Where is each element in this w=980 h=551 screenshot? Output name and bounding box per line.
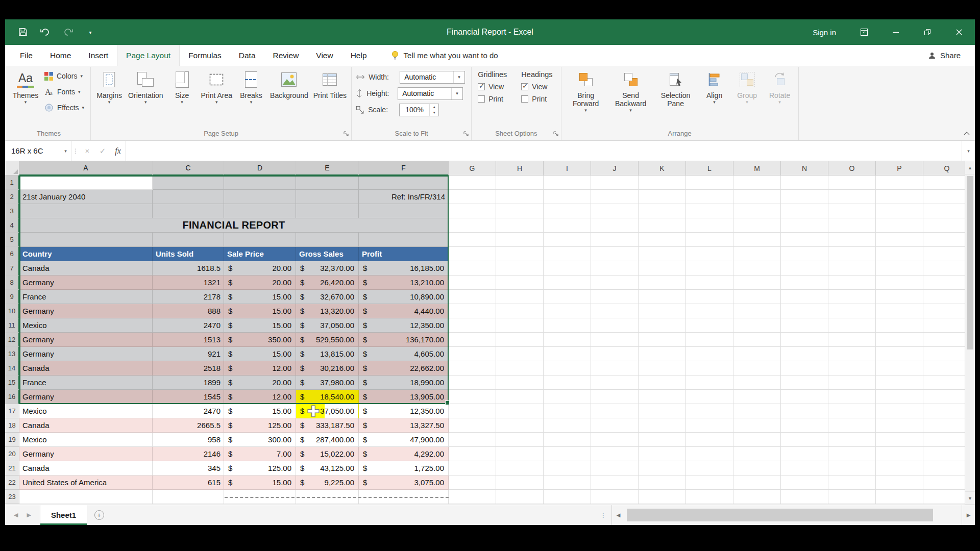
cell-O14[interactable] xyxy=(828,361,876,375)
cell-K20[interactable] xyxy=(639,447,686,461)
cell-G19[interactable] xyxy=(449,433,496,447)
cell-G17[interactable] xyxy=(449,404,496,418)
cell-P18[interactable] xyxy=(876,418,923,433)
cell-A23[interactable] xyxy=(19,490,153,504)
cell-N10[interactable] xyxy=(781,304,828,318)
column-header-D[interactable]: D xyxy=(224,161,296,176)
cell-L21[interactable] xyxy=(686,461,733,475)
cell-Q14[interactable] xyxy=(923,361,965,375)
cell-E13[interactable]: $13,815.00 xyxy=(296,347,359,361)
column-header-K[interactable]: K xyxy=(639,161,686,176)
cell-P16[interactable] xyxy=(876,390,923,404)
cell-J15[interactable] xyxy=(591,375,639,390)
cell-H11[interactable] xyxy=(496,318,544,333)
column-header-O[interactable]: O xyxy=(828,161,876,176)
cell-D8[interactable]: $20.00 xyxy=(224,276,296,290)
cell-Q17[interactable] xyxy=(923,404,965,418)
cell-G14[interactable] xyxy=(449,361,496,375)
cell-F6[interactable]: Profit xyxy=(359,247,449,261)
cell-I10[interactable] xyxy=(544,304,591,318)
cell-F11[interactable]: $12,350.00 xyxy=(359,318,449,333)
cell-N8[interactable] xyxy=(781,276,828,290)
tab-review[interactable]: Review xyxy=(264,45,308,66)
cell-F10[interactable]: $4,440.00 xyxy=(359,304,449,318)
cell-P2[interactable] xyxy=(876,190,923,204)
cell-D22[interactable]: $15.00 xyxy=(224,475,296,490)
cell-C21[interactable]: 345 xyxy=(153,461,224,475)
cell-D21[interactable]: $125.00 xyxy=(224,461,296,475)
cell-M3[interactable] xyxy=(733,204,781,218)
chevron-down-icon[interactable]: ▾ xyxy=(453,71,464,83)
row-header-15[interactable]: 15 xyxy=(5,375,19,390)
cell-A11[interactable]: Mexico xyxy=(19,318,153,333)
cell-N13[interactable] xyxy=(781,347,828,361)
cell-N20[interactable] xyxy=(781,447,828,461)
cell-F1[interactable] xyxy=(359,176,449,190)
cell-M23[interactable] xyxy=(733,490,781,504)
row-header-6[interactable]: 6 xyxy=(5,247,19,261)
cell-M8[interactable] xyxy=(733,276,781,290)
cell-A22[interactable]: United States of America xyxy=(19,475,153,490)
row-header-1[interactable]: 1 xyxy=(5,176,19,190)
cell-J20[interactable] xyxy=(591,447,639,461)
cell-G20[interactable] xyxy=(449,447,496,461)
row-header-14[interactable]: 14 xyxy=(5,361,19,375)
cell-P23[interactable] xyxy=(876,490,923,504)
dialog-launcher-icon[interactable] xyxy=(552,130,560,138)
cell-L11[interactable] xyxy=(686,318,733,333)
cell-A5[interactable] xyxy=(19,233,153,247)
cell-D12[interactable]: $350.00 xyxy=(224,333,296,347)
horizontal-scrollbar-track[interactable] xyxy=(625,505,962,525)
row-header-5[interactable]: 5 xyxy=(5,233,19,247)
cell-D15[interactable]: $20.00 xyxy=(224,375,296,390)
cell-Q13[interactable] xyxy=(923,347,965,361)
cell-M10[interactable] xyxy=(733,304,781,318)
cell-N1[interactable] xyxy=(781,176,828,190)
cell-P5[interactable] xyxy=(876,233,923,247)
cell-D10[interactable]: $15.00 xyxy=(224,304,296,318)
cell-C5[interactable] xyxy=(153,233,224,247)
cell-A18[interactable]: Canada xyxy=(19,418,153,433)
selection-pane-button[interactable]: Selection Pane xyxy=(653,68,698,127)
cell-N11[interactable] xyxy=(781,318,828,333)
cell-Q12[interactable] xyxy=(923,333,965,347)
cell-G3[interactable] xyxy=(449,204,496,218)
share-button[interactable]: Share xyxy=(928,45,975,66)
cell-C20[interactable]: 2146 xyxy=(153,447,224,461)
cell-H17[interactable] xyxy=(496,404,544,418)
cell-H6[interactable] xyxy=(496,247,544,261)
cell-Q2[interactable] xyxy=(923,190,965,204)
column-header-E[interactable]: E xyxy=(296,161,359,176)
cell-H13[interactable] xyxy=(496,347,544,361)
cell-J10[interactable] xyxy=(591,304,639,318)
cell-P12[interactable] xyxy=(876,333,923,347)
cell-O17[interactable] xyxy=(828,404,876,418)
column-header-L[interactable]: L xyxy=(686,161,733,176)
cell-M21[interactable] xyxy=(733,461,781,475)
cell-A1[interactable] xyxy=(19,176,153,190)
cell-P1[interactable] xyxy=(876,176,923,190)
cell-D1[interactable] xyxy=(224,176,296,190)
cell-O20[interactable] xyxy=(828,447,876,461)
cell-H2[interactable] xyxy=(496,190,544,204)
align-button[interactable]: Align▾ xyxy=(698,68,731,127)
cell-K18[interactable] xyxy=(639,418,686,433)
cell-J6[interactable] xyxy=(591,247,639,261)
dialog-launcher-icon[interactable] xyxy=(342,130,350,138)
cell-N5[interactable] xyxy=(781,233,828,247)
cell-E10[interactable]: $13,320.00 xyxy=(296,304,359,318)
cell-F16[interactable]: $13,905.00 xyxy=(359,390,449,404)
cell-G7[interactable] xyxy=(449,261,496,276)
cell-I14[interactable] xyxy=(544,361,591,375)
cell-I17[interactable] xyxy=(544,404,591,418)
cell-L16[interactable] xyxy=(686,390,733,404)
cell-A9[interactable]: France xyxy=(19,290,153,304)
cell-O11[interactable] xyxy=(828,318,876,333)
cell-F17[interactable]: $12,350.00 xyxy=(359,404,449,418)
cell-E11[interactable]: $37,050.00 xyxy=(296,318,359,333)
cell-E21[interactable]: $43,125.00 xyxy=(296,461,359,475)
cell-F7[interactable]: $16,185.00 xyxy=(359,261,449,276)
formula-bar-resize-handle[interactable]: ⋮ xyxy=(71,141,80,161)
scale--spinner[interactable]: 100%▲▼ xyxy=(399,104,439,116)
cell-G21[interactable] xyxy=(449,461,496,475)
